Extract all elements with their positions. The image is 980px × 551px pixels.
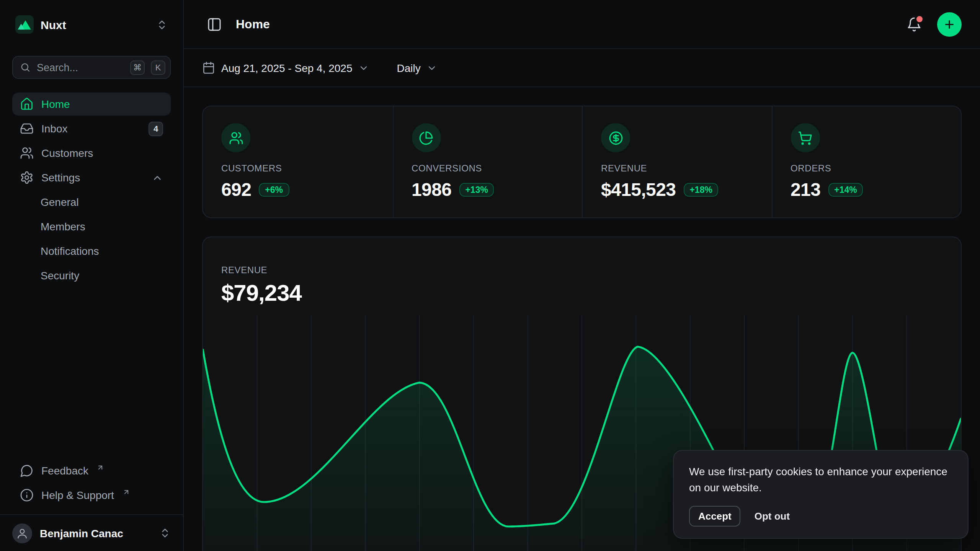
inbox-icon — [20, 122, 34, 135]
sidebar: Nuxt ⌘ K — [0, 0, 184, 551]
sidebar-item-label: Notifications — [41, 245, 99, 257]
sidebar-item-label: Customers — [41, 147, 93, 159]
pie-chart-icon — [412, 123, 441, 152]
sidebar-item-security[interactable]: Security — [12, 264, 171, 287]
add-button[interactable] — [937, 12, 962, 36]
stat-delta-badge: +14% — [828, 183, 863, 197]
header: Home — [184, 0, 980, 49]
sidebar-item-inbox[interactable]: Inbox 4 — [12, 117, 171, 140]
stat-label: REVENUE — [601, 163, 753, 174]
user-name: Benjamin Canac — [40, 527, 123, 539]
user-menu[interactable]: Benjamin Canac — [0, 514, 183, 551]
revenue-chart-value: $79,234 — [221, 280, 942, 306]
page-title: Home — [236, 17, 270, 31]
sidebar-item-label: Inbox — [41, 122, 68, 135]
cookie-accept-button[interactable]: Accept — [689, 506, 741, 527]
search-input[interactable] — [37, 62, 124, 73]
external-link-icon — [122, 488, 130, 496]
sidebar-item-label: Settings — [41, 171, 80, 184]
chevron-down-icon — [359, 62, 369, 73]
kbd-k: K — [151, 60, 165, 75]
plus-icon — [943, 18, 956, 30]
sidebar-toggle-button[interactable] — [202, 12, 227, 36]
sidebar-item-feedback[interactable]: Feedback — [12, 459, 171, 482]
users-icon — [221, 123, 250, 152]
date-range-label: Aug 21, 2025 - Sep 4, 2025 — [221, 62, 353, 74]
sidebar-item-settings[interactable]: Settings — [12, 166, 171, 189]
sidebar-item-label: Help & Support — [41, 489, 114, 501]
inbox-count-badge: 4 — [149, 121, 163, 136]
workspace-name: Nuxt — [41, 18, 66, 31]
sidebar-item-label: Feedback — [41, 465, 88, 477]
stat-label: ORDERS — [791, 163, 942, 174]
stat-delta-badge: +13% — [459, 183, 494, 197]
granularity-label: Daily — [397, 62, 421, 74]
stat-value: 692 — [221, 179, 251, 201]
gear-icon — [20, 171, 34, 184]
stat-label: CUSTOMERS — [221, 163, 374, 174]
workspace-switcher[interactable]: Nuxt — [12, 9, 171, 40]
stat-card-conversions[interactable]: CONVERSIONS 1986 +13% — [392, 106, 582, 217]
revenue-chart-label: REVENUE — [221, 265, 942, 276]
sidebar-item-home[interactable]: Home — [12, 93, 171, 116]
filter-toolbar: Aug 21, 2025 - Sep 4, 2025 Daily — [184, 49, 980, 87]
message-bubble-icon — [20, 464, 34, 478]
stat-card-orders[interactable]: ORDERS 213 +14% — [771, 106, 961, 217]
stat-card-customers[interactable]: CUSTOMERS 692 +6% — [203, 106, 392, 217]
cookie-banner: We use first-party cookies to enhance yo… — [673, 450, 969, 539]
sidebar-item-members[interactable]: Members — [12, 215, 171, 238]
stats-row: CUSTOMERS 692 +6% CONVERSIONS 1986 — [202, 106, 962, 218]
external-link-icon — [97, 464, 105, 471]
sidebar-footer: Feedback Help & Support — [12, 459, 171, 508]
stat-delta-badge: +6% — [259, 183, 289, 197]
info-circle-icon — [20, 488, 34, 502]
dollar-circle-icon — [601, 123, 630, 152]
sidebar-item-general[interactable]: General — [12, 191, 171, 214]
search-box[interactable]: ⌘ K — [12, 56, 171, 79]
nuxt-logo-icon — [15, 15, 34, 34]
home-icon — [20, 97, 34, 111]
sidebar-item-label: General — [41, 196, 79, 208]
shopping-cart-icon — [791, 123, 820, 152]
sidebar-nav: Home Inbox 4 Customers — [12, 93, 171, 287]
sidebar-item-customers[interactable]: Customers — [12, 142, 171, 165]
stat-card-revenue[interactable]: REVENUE $415,523 +18% — [582, 106, 771, 217]
sidebar-item-notifications[interactable]: Notifications — [12, 240, 171, 262]
cookie-message: We use first-party cookies to enhance yo… — [689, 463, 952, 497]
chevrons-up-down-icon — [159, 527, 171, 539]
stat-value: 213 — [791, 179, 820, 201]
chevrons-up-down-icon — [156, 19, 168, 30]
avatar — [12, 523, 32, 543]
sidebar-item-label: Home — [41, 98, 70, 110]
calendar-icon — [202, 61, 215, 74]
notifications-button[interactable] — [902, 12, 926, 36]
stat-label: CONVERSIONS — [412, 163, 564, 174]
panel-left-icon — [207, 16, 222, 32]
sidebar-item-label: Security — [41, 269, 79, 282]
stat-delta-badge: +18% — [683, 183, 718, 197]
stat-value: 1986 — [412, 179, 451, 201]
users-icon — [20, 146, 34, 160]
search-icon — [20, 62, 31, 73]
date-range-picker[interactable]: Aug 21, 2025 - Sep 4, 2025 — [202, 61, 369, 74]
sidebar-item-help-support[interactable]: Help & Support — [12, 484, 171, 507]
granularity-select[interactable]: Daily — [397, 62, 438, 74]
stat-value: $415,523 — [601, 179, 676, 201]
notification-dot — [916, 16, 923, 22]
chevron-down-icon — [427, 62, 438, 73]
cookie-optout-button[interactable]: Opt out — [755, 510, 790, 522]
kbd-meta: ⌘ — [130, 60, 145, 75]
chevron-up-icon — [152, 172, 163, 183]
sidebar-item-label: Members — [41, 220, 85, 233]
